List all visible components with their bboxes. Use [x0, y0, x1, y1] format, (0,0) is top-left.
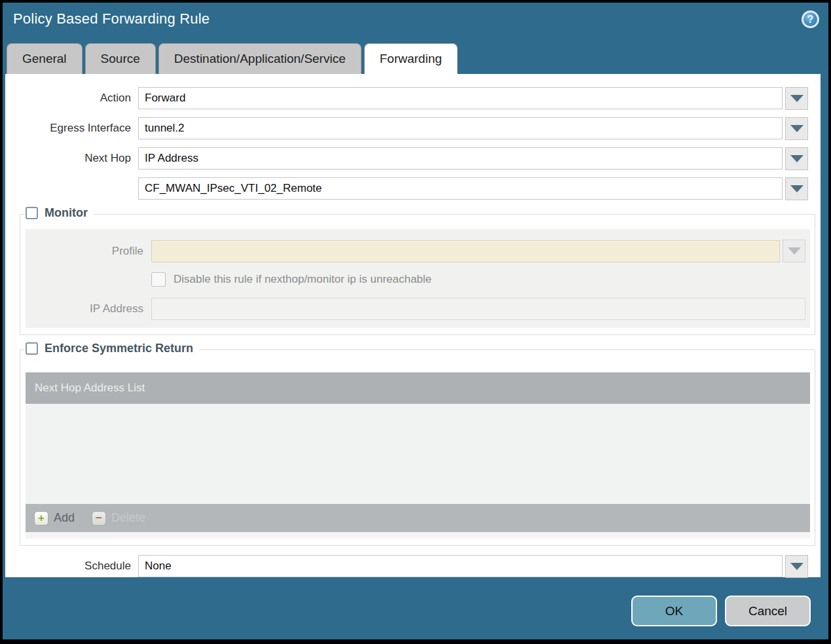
profile-dropdown-button [783, 240, 805, 262]
enforce-symmetric-return-fieldset: Enforce Symmetric Return Next Hop Addres… [20, 349, 815, 546]
tab-forwarding[interactable]: Forwarding [364, 43, 458, 74]
next-hop-row: Next Hop IP Address [5, 147, 808, 170]
monitor-panel: Profile Disable this rule if nexthop/mon… [26, 229, 810, 328]
help-icon[interactable]: ? [802, 10, 819, 28]
next-hop-address-value: CF_MWAN_IPsec_VTI_02_Remote [145, 182, 322, 195]
delete-button: − Delete [92, 511, 145, 526]
tab-general[interactable]: General [7, 43, 83, 74]
egress-interface-row: Egress Interface tunnel.2 [5, 117, 808, 139]
monitor-checkbox[interactable] [26, 207, 38, 219]
enforce-symmetric-return-legend-label: Enforce Symmetric Return [45, 342, 193, 355]
add-button[interactable]: + Add [34, 511, 75, 526]
monitor-fieldset: Monitor Profile Disable this r [20, 214, 815, 335]
next-hop-address-list-body[interactable] [26, 404, 810, 504]
cancel-button[interactable]: Cancel [725, 596, 811, 626]
disable-rule-row: Disable this rule if nexthop/monitor ip … [151, 272, 807, 287]
action-value: Forward [145, 92, 185, 105]
enforce-symmetric-return-checkbox[interactable] [26, 342, 38, 355]
next-hop-label: Next Hop [5, 152, 138, 165]
next-hop-type-value: IP Address [145, 152, 198, 165]
chevron-down-icon [788, 247, 801, 255]
next-hop-type-select[interactable]: IP Address [138, 147, 783, 170]
next-hop-address-dropdown-button[interactable] [785, 177, 808, 200]
next-hop-address-list-toolbar: + Add − Delete [26, 504, 810, 532]
action-label: Action [5, 92, 138, 105]
egress-interface-value: tunnel.2 [145, 122, 185, 135]
schedule-row: Schedule None [5, 555, 808, 577]
chevron-down-icon [790, 185, 803, 192]
action-row: Action Forward [5, 87, 808, 109]
disable-rule-label: Disable this rule if nexthop/monitor ip … [174, 273, 432, 286]
action-select[interactable]: Forward [138, 87, 783, 109]
policy-based-forwarding-dialog: Policy Based Forwarding Rule ? General S… [3, 3, 828, 639]
next-hop-address-row: CF_MWAN_IPsec_VTI_02_Remote [5, 177, 808, 200]
disable-rule-checkbox [151, 272, 166, 287]
egress-interface-dropdown-button[interactable] [785, 117, 808, 140]
next-hop-type-dropdown-button[interactable] [785, 147, 808, 170]
monitor-ip-address-label: IP Address [26, 302, 151, 315]
chevron-down-icon [790, 125, 803, 132]
next-hop-address-list-header: Next Hop Address List [26, 372, 810, 404]
profile-select [151, 240, 780, 262]
monitor-legend: Monitor [24, 206, 94, 220]
schedule-dropdown-button[interactable] [785, 555, 808, 578]
monitor-ip-address-row: IP Address [26, 298, 807, 320]
tab-source[interactable]: Source [85, 43, 156, 74]
screenshot-frame: Policy Based Forwarding Rule ? General S… [0, 0, 831, 644]
schedule-select[interactable]: None [138, 555, 783, 577]
chevron-down-icon [790, 95, 803, 102]
dialog-title: Policy Based Forwarding Rule [13, 10, 210, 27]
plus-icon: + [34, 511, 48, 526]
egress-interface-label: Egress Interface [5, 122, 138, 135]
action-dropdown-button[interactable] [785, 87, 808, 110]
dialog-titlebar: Policy Based Forwarding Rule ? [3, 3, 828, 43]
delete-button-label: Delete [111, 511, 145, 525]
schedule-value: None [145, 560, 172, 573]
profile-row: Profile [26, 240, 807, 262]
table-bottom-strip [26, 532, 810, 539]
minus-icon: − [92, 511, 106, 526]
monitor-ip-address-input [151, 298, 805, 320]
egress-interface-select[interactable]: tunnel.2 [138, 117, 783, 139]
next-hop-address-list-table: Next Hop Address List + Add − Delete [26, 372, 810, 539]
ok-button[interactable]: OK [631, 596, 717, 626]
add-button-label: Add [54, 511, 75, 525]
tab-destination-application-service[interactable]: Destination/Application/Service [158, 43, 361, 74]
profile-label: Profile [26, 245, 151, 258]
monitor-legend-label: Monitor [45, 206, 88, 220]
next-hop-address-select[interactable]: CF_MWAN_IPsec_VTI_02_Remote [138, 177, 783, 200]
dialog-footer: OK Cancel [3, 577, 828, 626]
forwarding-tab-panel: Action Forward Egress Interface tunnel.2 [5, 74, 821, 577]
enforce-symmetric-return-legend: Enforce Symmetric Return [24, 342, 199, 355]
chevron-down-icon [790, 563, 803, 570]
schedule-label: Schedule [5, 560, 138, 573]
tab-bar: General Source Destination/Application/S… [3, 43, 828, 74]
chevron-down-icon [790, 155, 803, 162]
